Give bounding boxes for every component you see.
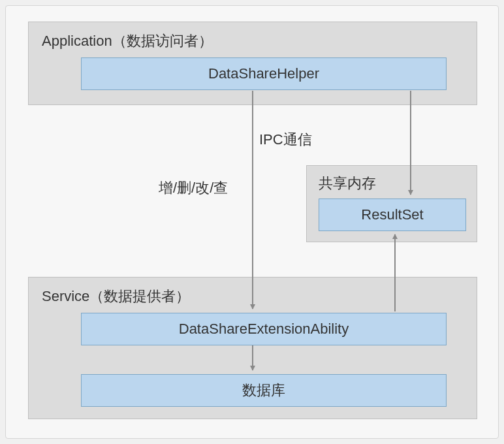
shared-memory-title: 共享内存 xyxy=(319,174,376,193)
resultset-label: ResultSet xyxy=(361,206,423,223)
ipc-label: IPC通信 xyxy=(259,130,312,150)
database-box: 数据库 xyxy=(81,374,447,407)
extension-box: DataShareExtensionAbility xyxy=(81,313,447,345)
resultset-box: ResultSet xyxy=(319,198,466,231)
application-title: Application（数据访问者） xyxy=(42,31,213,51)
extension-label: DataShareExtensionAbility xyxy=(179,321,349,338)
crud-label: 增/删/改/查 xyxy=(159,178,228,198)
datasharehelper-label: DataShareHelper xyxy=(208,65,319,82)
application-group: Application（数据访问者） DataShareHelper xyxy=(28,22,477,105)
database-label: 数据库 xyxy=(242,381,285,400)
service-group: Service（数据提供者） DataShareExtensionAbility… xyxy=(28,277,477,419)
shared-memory-group: 共享内存 ResultSet xyxy=(306,165,477,242)
diagram-canvas: Application（数据访问者） DataShareHelper 共享内存 … xyxy=(5,5,499,439)
datasharehelper-box: DataShareHelper xyxy=(81,57,447,90)
service-title: Service（数据提供者） xyxy=(42,287,190,306)
